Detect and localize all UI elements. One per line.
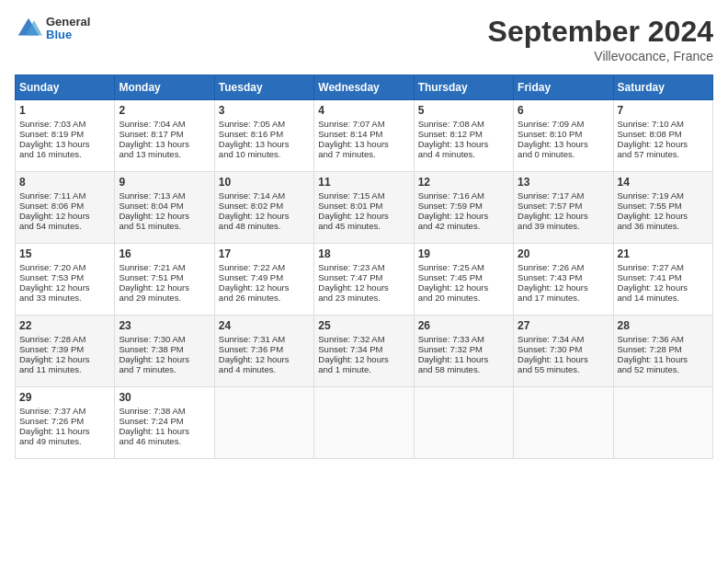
day-number: 9 <box>119 176 210 189</box>
daylight-line1: Daylight: 12 hours <box>618 282 709 293</box>
sunset-text: Sunset: 7:47 PM <box>318 272 409 282</box>
daylight-line2: and 1 minute. <box>318 364 409 374</box>
sunset-text: Sunset: 7:38 PM <box>119 344 210 354</box>
daylight-line1: Daylight: 12 hours <box>119 211 210 221</box>
daylight-line1: Daylight: 12 hours <box>219 211 310 221</box>
calendar-cell <box>314 387 414 459</box>
day-number: 5 <box>418 104 509 117</box>
daylight-line1: Daylight: 13 hours <box>119 139 210 149</box>
sunrise-text: Sunrise: 7:31 AM <box>219 334 310 344</box>
calendar-cell <box>214 387 313 459</box>
sunrise-text: Sunrise: 7:33 AM <box>418 334 509 344</box>
sunrise-text: Sunrise: 7:21 AM <box>119 262 210 272</box>
daylight-line1: Daylight: 11 hours <box>119 426 210 436</box>
sunset-text: Sunset: 8:10 PM <box>518 129 609 139</box>
day-number: 1 <box>19 104 110 117</box>
day-number: 18 <box>318 247 409 260</box>
day-number: 10 <box>219 176 310 189</box>
daylight-line1: Daylight: 12 hours <box>518 211 609 221</box>
daylight-line1: Daylight: 11 hours <box>518 354 609 364</box>
calendar-cell: 28Sunrise: 7:36 AMSunset: 7:28 PMDayligh… <box>613 316 712 387</box>
sunrise-text: Sunrise: 7:17 AM <box>518 190 609 201</box>
sunset-text: Sunset: 8:16 PM <box>219 129 310 139</box>
calendar-cell: 23Sunrise: 7:30 AMSunset: 7:38 PMDayligh… <box>115 316 214 387</box>
calendar-cell: 13Sunrise: 7:17 AMSunset: 7:57 PMDayligh… <box>514 172 613 244</box>
calendar-table: Sunday Monday Tuesday Wednesday Thursday… <box>15 75 713 459</box>
sunrise-text: Sunrise: 7:15 AM <box>318 190 409 201</box>
calendar-cell <box>514 387 613 459</box>
day-number: 17 <box>219 247 310 260</box>
day-number: 21 <box>618 247 709 260</box>
calendar-row: 8Sunrise: 7:11 AMSunset: 8:06 PMDaylight… <box>16 172 713 244</box>
daylight-line1: Daylight: 12 hours <box>418 282 509 293</box>
day-number: 29 <box>19 391 110 404</box>
calendar-cell: 21Sunrise: 7:27 AMSunset: 7:41 PMDayligh… <box>613 244 712 316</box>
calendar-cell: 12Sunrise: 7:16 AMSunset: 7:59 PMDayligh… <box>414 172 513 244</box>
sunrise-text: Sunrise: 7:03 AM <box>19 119 110 129</box>
calendar-cell: 9Sunrise: 7:13 AMSunset: 8:04 PMDaylight… <box>115 172 214 244</box>
sunset-text: Sunset: 7:55 PM <box>618 201 709 211</box>
calendar-cell: 25Sunrise: 7:32 AMSunset: 7:34 PMDayligh… <box>314 316 414 387</box>
daylight-line1: Daylight: 13 hours <box>418 139 509 149</box>
calendar-cell: 30Sunrise: 7:38 AMSunset: 7:24 PMDayligh… <box>115 387 214 459</box>
sunrise-text: Sunrise: 7:11 AM <box>19 190 110 201</box>
calendar-cell: 1Sunrise: 7:03 AMSunset: 8:19 PMDaylight… <box>16 100 115 172</box>
day-number: 14 <box>618 176 709 189</box>
sunrise-text: Sunrise: 7:36 AM <box>618 334 709 344</box>
sunset-text: Sunset: 7:24 PM <box>119 416 210 426</box>
daylight-line1: Daylight: 13 hours <box>19 139 110 149</box>
daylight-line1: Daylight: 12 hours <box>518 282 609 293</box>
sunrise-text: Sunrise: 7:34 AM <box>518 334 609 344</box>
daylight-line2: and 4 minutes. <box>418 149 509 159</box>
calendar-row: 1Sunrise: 7:03 AMSunset: 8:19 PMDaylight… <box>16 100 713 172</box>
day-number: 2 <box>119 104 210 117</box>
sunrise-text: Sunrise: 7:37 AM <box>19 406 110 416</box>
sunset-text: Sunset: 8:14 PM <box>318 129 409 139</box>
daylight-line2: and 52 minutes. <box>618 364 709 374</box>
calendar-cell: 17Sunrise: 7:22 AMSunset: 7:49 PMDayligh… <box>214 244 313 316</box>
sunrise-text: Sunrise: 7:04 AM <box>119 119 210 129</box>
calendar-cell: 5Sunrise: 7:08 AMSunset: 8:12 PMDaylight… <box>414 100 513 172</box>
sunset-text: Sunset: 8:06 PM <box>19 201 110 211</box>
sunset-text: Sunset: 8:04 PM <box>119 201 210 211</box>
day-number: 28 <box>618 319 709 332</box>
sunrise-text: Sunrise: 7:28 AM <box>19 334 110 344</box>
col-sunday: Sunday <box>16 75 115 100</box>
daylight-line1: Daylight: 12 hours <box>19 211 110 221</box>
day-number: 15 <box>19 247 110 260</box>
daylight-line2: and 13 minutes. <box>119 149 210 159</box>
daylight-line1: Daylight: 11 hours <box>19 426 110 436</box>
daylight-line2: and 55 minutes. <box>518 364 609 374</box>
daylight-line2: and 7 minutes. <box>119 364 210 374</box>
calendar-cell: 22Sunrise: 7:28 AMSunset: 7:39 PMDayligh… <box>16 316 115 387</box>
day-number: 30 <box>119 391 210 404</box>
sunrise-text: Sunrise: 7:08 AM <box>418 119 509 129</box>
daylight-line2: and 11 minutes. <box>19 364 110 374</box>
sunset-text: Sunset: 7:34 PM <box>318 344 409 354</box>
sunset-text: Sunset: 7:28 PM <box>618 344 709 354</box>
col-saturday: Saturday <box>613 75 712 100</box>
calendar-cell: 26Sunrise: 7:33 AMSunset: 7:32 PMDayligh… <box>414 316 513 387</box>
sunset-text: Sunset: 7:36 PM <box>219 344 310 354</box>
sunset-text: Sunset: 7:32 PM <box>418 344 509 354</box>
sunset-text: Sunset: 8:12 PM <box>418 129 509 139</box>
calendar-cell: 6Sunrise: 7:09 AMSunset: 8:10 PMDaylight… <box>514 100 613 172</box>
column-headers: Sunday Monday Tuesday Wednesday Thursday… <box>16 75 713 100</box>
daylight-line2: and 14 minutes. <box>618 293 709 303</box>
day-number: 12 <box>418 176 509 189</box>
day-number: 22 <box>19 319 110 332</box>
day-number: 16 <box>119 247 210 260</box>
logo-text: General Blue <box>46 16 90 42</box>
logo-blue: Blue <box>46 29 90 41</box>
title-block: September 2024 Villevocance, France <box>488 15 713 63</box>
daylight-line2: and 48 minutes. <box>219 221 310 231</box>
calendar-cell: 2Sunrise: 7:04 AMSunset: 8:17 PMDaylight… <box>115 100 214 172</box>
day-number: 24 <box>219 319 310 332</box>
sunset-text: Sunset: 7:26 PM <box>19 416 110 426</box>
daylight-line2: and 58 minutes. <box>418 364 509 374</box>
day-number: 20 <box>518 247 609 260</box>
day-number: 23 <box>119 319 210 332</box>
daylight-line2: and 49 minutes. <box>19 436 110 446</box>
daylight-line2: and 33 minutes. <box>19 293 110 303</box>
logo: General Blue <box>15 15 90 42</box>
